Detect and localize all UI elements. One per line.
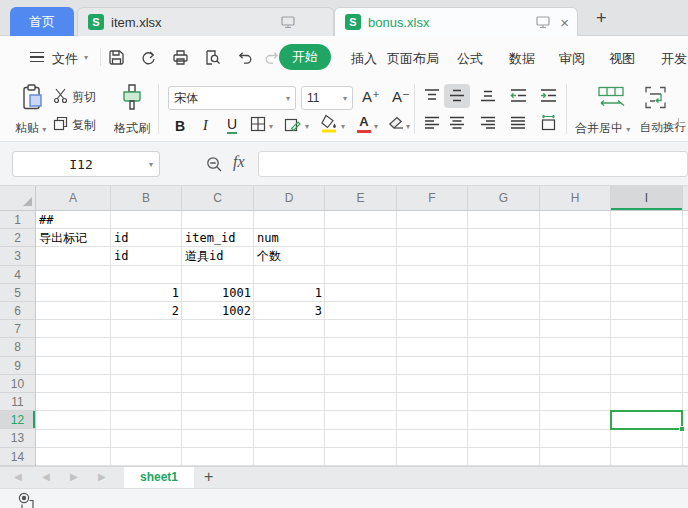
row-header-9[interactable]: 9: [0, 357, 35, 375]
cell-D5[interactable]: 1: [254, 284, 325, 302]
column-header-E[interactable]: E: [325, 186, 397, 211]
column-header-B[interactable]: B: [111, 186, 182, 211]
cell-C2[interactable]: item_id: [182, 229, 254, 247]
bold-button[interactable]: B: [175, 112, 185, 134]
wrap-text-icon[interactable]: [644, 86, 667, 109]
align-bottom-icon[interactable]: [480, 88, 496, 103]
formula-input[interactable]: [258, 151, 688, 177]
italic-button[interactable]: I: [203, 112, 208, 134]
cell-D2[interactable]: num: [254, 229, 325, 247]
merge-center-button[interactable]: 合并居中 ▾: [575, 120, 630, 137]
chevron-down-icon[interactable]: ▾: [406, 122, 410, 131]
decrease-indent-icon[interactable]: [510, 88, 527, 103]
fill-color-icon[interactable]: [320, 114, 338, 133]
save-button[interactable]: [108, 49, 125, 66]
zoom-out-icon[interactable]: [206, 156, 223, 173]
ribbon-tab-view[interactable]: 视图: [609, 50, 635, 68]
row-header-1[interactable]: 1: [0, 211, 35, 229]
row-header-14[interactable]: 14: [0, 448, 35, 466]
undo-button[interactable]: [236, 49, 253, 66]
font-size-select[interactable]: 11▾: [301, 86, 353, 110]
cell-B5[interactable]: 1: [111, 284, 182, 302]
row-header-11[interactable]: 11: [0, 393, 35, 411]
selected-cell-outline[interactable]: [610, 410, 683, 429]
column-header-H[interactable]: H: [540, 186, 611, 211]
first-sheet-icon[interactable]: ◀: [14, 471, 22, 482]
ribbon-tab-data[interactable]: 数据: [509, 50, 535, 68]
print-preview-button[interactable]: [204, 49, 221, 66]
last-sheet-icon[interactable]: ▶: [98, 471, 106, 482]
fill-handle[interactable]: [679, 426, 685, 432]
name-box[interactable]: I12 ▾: [12, 151, 160, 177]
draw-border-icon[interactable]: [284, 116, 302, 133]
row-header-5[interactable]: 5: [0, 284, 35, 302]
align-top-icon[interactable]: [424, 88, 440, 103]
column-header-C[interactable]: C: [182, 186, 254, 211]
clear-format-eraser-icon[interactable]: [388, 116, 405, 131]
cell-B3[interactable]: id: [111, 247, 182, 265]
add-sheet-button[interactable]: +: [204, 468, 213, 486]
ribbon-tab-review[interactable]: 审阅: [559, 50, 585, 68]
borders-icon[interactable]: [250, 116, 266, 132]
tab-item-xlsx[interactable]: S item.xlsx: [77, 7, 334, 36]
row-header-6[interactable]: 6: [0, 302, 35, 320]
underline-button[interactable]: U: [227, 112, 237, 134]
wrap-text-button[interactable]: 自动换行: [640, 120, 686, 135]
cut-button[interactable]: 剪切: [72, 89, 96, 106]
row-header-10[interactable]: 10: [0, 375, 35, 393]
align-left-icon[interactable]: [424, 116, 440, 130]
cell-C3[interactable]: 道具id: [182, 247, 254, 265]
row-header-3[interactable]: 3: [0, 247, 35, 265]
row-header-4[interactable]: 4: [0, 266, 35, 284]
row-header-7[interactable]: 7: [0, 320, 35, 338]
column-header-A[interactable]: A: [36, 186, 111, 211]
close-tab-icon[interactable]: ×: [560, 14, 569, 31]
paste-icon[interactable]: [21, 84, 45, 111]
tab-home[interactable]: 首页: [10, 7, 74, 36]
column-header-D[interactable]: D: [254, 186, 325, 211]
print-button[interactable]: [172, 49, 189, 66]
previous-sheet-icon[interactable]: ◀: [42, 471, 50, 482]
ribbon-tab-insert[interactable]: 插入: [351, 50, 377, 68]
ribbon-tab-home[interactable]: 开始: [279, 44, 331, 70]
file-menu[interactable]: 文件: [52, 50, 78, 68]
row-header-8[interactable]: 8: [0, 338, 35, 356]
copy-button[interactable]: 复制: [72, 117, 96, 134]
align-middle-icon[interactable]: [449, 88, 465, 103]
toolbar-expand-grip-icon[interactable]: [672, 118, 679, 125]
chevron-down-icon[interactable]: ▾: [341, 122, 345, 131]
new-tab-button[interactable]: +: [596, 8, 607, 29]
chevron-down-icon[interactable]: ▾: [374, 122, 378, 131]
font-name-select[interactable]: 宋体▾: [168, 86, 296, 110]
align-right-icon[interactable]: [480, 116, 496, 130]
spreadsheet-grid[interactable]: ##导出标记iditem_idnumid道具id个数110011210023: [36, 211, 688, 466]
hamburger-menu-icon[interactable]: [30, 52, 44, 62]
ribbon-tab-developer[interactable]: 开发: [661, 50, 687, 68]
cell-D6[interactable]: 3: [254, 302, 325, 320]
cell-A1[interactable]: ##: [36, 211, 111, 229]
next-sheet-icon[interactable]: ▶: [70, 471, 78, 482]
font-color-icon[interactable]: A: [356, 114, 372, 133]
column-header-G[interactable]: G: [468, 186, 540, 211]
decrease-font-button[interactable]: A⁻: [392, 88, 410, 106]
align-center-icon[interactable]: [449, 116, 465, 130]
column-header-F[interactable]: F: [397, 186, 468, 211]
row-header-2[interactable]: 2: [0, 229, 35, 247]
chevron-down-icon[interactable]: ▾: [269, 122, 273, 131]
share-button[interactable]: [140, 49, 157, 66]
paste-button[interactable]: 粘贴 ▾: [15, 120, 46, 137]
cell-A2[interactable]: 导出标记: [36, 229, 111, 247]
cell-B2[interactable]: id: [111, 229, 182, 247]
copy-icon[interactable]: [53, 116, 68, 131]
justify-icon[interactable]: [510, 116, 526, 130]
increase-font-button[interactable]: A⁺: [362, 88, 380, 106]
ribbon-tab-formulas[interactable]: 公式: [457, 50, 483, 68]
chevron-down-icon[interactable]: ▾: [305, 122, 309, 131]
format-painter-icon[interactable]: [120, 83, 144, 111]
screen-reader-icon[interactable]: [17, 492, 37, 508]
fx-insert-function[interactable]: fx: [233, 153, 245, 171]
cut-icon[interactable]: [53, 88, 68, 103]
select-all-corner[interactable]: [0, 186, 36, 211]
row-header-12[interactable]: 12: [0, 411, 35, 429]
tab-bonus-xlsx[interactable]: S bonus.xlsx ×: [334, 7, 578, 36]
